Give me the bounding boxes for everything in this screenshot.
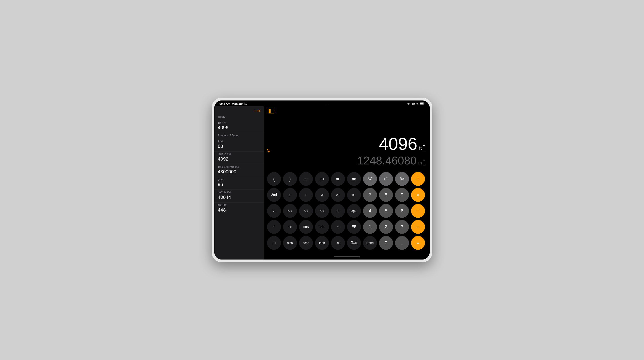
button-row-5: ⊞ sinh cosh tanh π Rad Rand 0 . = — [267, 236, 426, 250]
divide-button[interactable]: ÷ — [411, 172, 425, 186]
sine-button[interactable]: sin — [283, 220, 297, 234]
main-content: Edit Today 1024×4 4096 Previous 7 Days 1… — [214, 106, 430, 260]
radians-button[interactable]: Rad — [347, 236, 361, 250]
history-item-5[interactable]: 400+48 448 — [214, 202, 264, 215]
pi-button[interactable]: π — [331, 236, 345, 250]
sidebar-toggle-button[interactable] — [268, 108, 275, 114]
history-item-3[interactable]: 24×4 96 — [214, 177, 264, 190]
history-result: 96 — [218, 182, 260, 187]
memory-recall-button[interactable]: mr — [347, 172, 361, 186]
battery-percent: 100% — [412, 102, 418, 105]
history-result: 448 — [218, 207, 260, 213]
svg-rect-3 — [269, 109, 270, 113]
status-date: Mon Jun 10 — [232, 102, 248, 105]
history-item-1[interactable]: 3012+1080 4092 — [214, 151, 264, 164]
ee-button[interactable]: EE — [347, 220, 361, 234]
euler-button[interactable]: e — [331, 220, 345, 234]
ten-to-x-button[interactable]: 10ˣ — [347, 188, 361, 202]
four-button[interactable]: 4 — [363, 204, 377, 218]
plus-minus-button[interactable]: +/− — [379, 172, 393, 186]
all-clear-button[interactable]: AC — [363, 172, 377, 186]
decimal-button[interactable]: . — [395, 236, 409, 250]
history-expr: 24×4 — [218, 178, 260, 181]
secondary-unit[interactable]: m ⌃⌄ — [418, 159, 425, 166]
secondary-unit-chevron: ⌃⌄ — [423, 159, 425, 166]
calc-toolbar — [264, 106, 430, 116]
factorial-button[interactable]: x! — [267, 220, 281, 234]
button-grid: ( ) mc m+ m- mr AC +/− % ÷ 2nd x² — [264, 170, 430, 254]
history-item-0[interactable]: 11×8 88 — [214, 139, 264, 151]
open-paren-button[interactable]: ( — [267, 172, 281, 186]
memory-clear-button[interactable]: mc — [299, 172, 313, 186]
random-button[interactable]: Rand — [363, 236, 377, 250]
eight-button[interactable]: 8 — [379, 188, 393, 202]
tangent-button[interactable]: tan — [315, 220, 329, 234]
cosine-button[interactable]: cos — [299, 220, 313, 234]
close-paren-button[interactable]: ) — [283, 172, 297, 186]
three-button[interactable]: 3 — [395, 220, 409, 234]
equals-button[interactable]: = — [411, 236, 425, 250]
primary-display: 4096 ft ⌃⌄ — [268, 135, 425, 154]
percent-button[interactable]: % — [395, 172, 409, 186]
history-expr: 400+48 — [218, 204, 260, 207]
tanh-button[interactable]: tanh — [315, 236, 329, 250]
home-indicator — [334, 256, 360, 257]
today-label: Today — [214, 114, 264, 120]
two-button[interactable]: 2 — [379, 220, 393, 234]
zero-button[interactable]: 0 — [379, 236, 393, 250]
history-expr: 3012+1080 — [218, 153, 260, 156]
status-dots: ··· — [326, 102, 329, 105]
e-to-x-button[interactable]: eˣ — [331, 188, 345, 202]
secondary-value: 1248.46080 — [357, 155, 417, 166]
nine-button[interactable]: 9 — [395, 188, 409, 202]
ipad-frame: 9:41 AM Mon Jun 10 ··· 100% — [212, 98, 432, 262]
previous-label: Previous 7 Days — [214, 133, 264, 139]
button-row-2: 2nd x² x³ xʸ eˣ 10ˣ 7 8 9 × — [267, 188, 426, 202]
five-button[interactable]: 5 — [379, 204, 393, 218]
edit-button[interactable]: Edit — [254, 109, 260, 113]
history-expr: 40024+820 — [218, 191, 260, 194]
x-squared-button[interactable]: x² — [283, 188, 297, 202]
history-result: 40844 — [218, 194, 260, 200]
memory-add-button[interactable]: m+ — [315, 172, 329, 186]
reciprocal-button[interactable]: ¹⁄ₓ — [267, 204, 281, 218]
history-header: Edit — [214, 106, 264, 114]
x-to-y-button[interactable]: xʸ — [315, 188, 329, 202]
y-root-button[interactable]: ʸ√x — [315, 204, 329, 218]
cosh-button[interactable]: cosh — [299, 236, 313, 250]
six-button[interactable]: 6 — [395, 204, 409, 218]
history-result: 4300000 — [218, 169, 260, 175]
x-cubed-button[interactable]: x³ — [299, 188, 313, 202]
memory-subtract-button[interactable]: m- — [331, 172, 345, 186]
history-expr: 1900000+2400000 — [218, 166, 260, 169]
swap-icon[interactable]: ⇅ — [267, 148, 270, 153]
subtract-button[interactable]: − — [411, 204, 425, 218]
cube-root-button[interactable]: ³√x — [299, 204, 313, 218]
history-panel: Edit Today 1024×4 4096 Previous 7 Days 1… — [214, 106, 264, 260]
one-button[interactable]: 1 — [363, 220, 377, 234]
ipad-screen: 9:41 AM Mon Jun 10 ··· 100% — [214, 100, 430, 260]
square-root-button[interactable]: ²√x — [283, 204, 297, 218]
history-result: 4092 — [218, 156, 260, 162]
button-row-1: ( ) mc m+ m- mr AC +/− % ÷ — [267, 172, 426, 186]
grid-button[interactable]: ⊞ — [267, 236, 281, 250]
seven-button[interactable]: 7 — [363, 188, 377, 202]
primary-unit[interactable]: ft ⌃⌄ — [419, 144, 425, 152]
wifi-icon — [407, 102, 410, 105]
history-item-4[interactable]: 40024+820 40844 — [214, 190, 264, 202]
multiply-button[interactable]: × — [411, 188, 425, 202]
log-ten-button[interactable]: log₁₀ — [347, 204, 361, 218]
status-time: 9:41 AM — [220, 102, 230, 105]
second-button[interactable]: 2nd — [267, 188, 281, 202]
status-bar: 9:41 AM Mon Jun 10 ··· 100% — [214, 100, 430, 106]
secondary-display: 1248.46080 m ⌃⌄ — [268, 155, 425, 168]
svg-rect-1 — [420, 103, 424, 105]
add-button[interactable]: + — [411, 220, 425, 234]
history-item-2[interactable]: 1900000+2400000 4300000 — [214, 164, 264, 177]
ln-button[interactable]: ln — [331, 204, 345, 218]
history-item-today-0[interactable]: 1024×4 4096 — [214, 120, 264, 133]
history-result: 88 — [218, 143, 260, 149]
bottom-bar — [264, 254, 430, 260]
sinh-button[interactable]: sinh — [283, 236, 297, 250]
primary-value: 4096 — [379, 135, 417, 153]
